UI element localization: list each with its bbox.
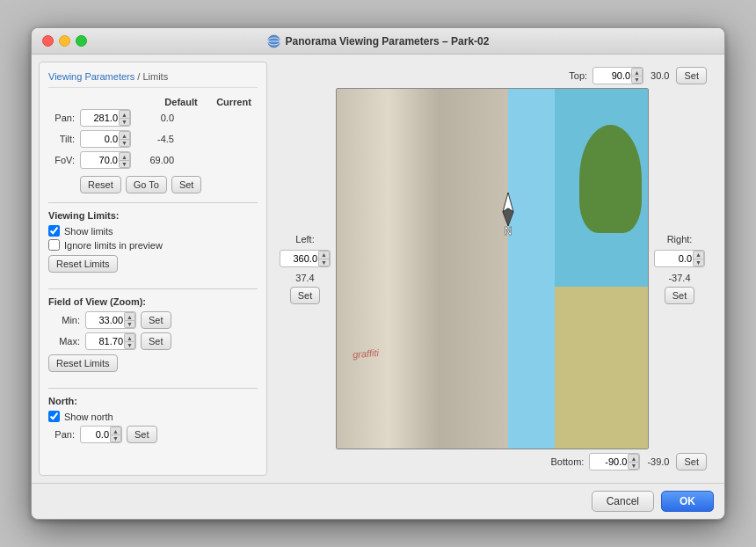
tilt-default-spinners: ▲ ▼ xyxy=(119,131,130,147)
divider-2 xyxy=(48,288,258,289)
bottom-down[interactable]: ▼ xyxy=(628,462,639,470)
set-button[interactable]: Set xyxy=(171,176,202,193)
ok-button[interactable]: OK xyxy=(661,491,714,512)
show-limits-label: Show limits xyxy=(64,226,113,237)
fov-zoom-title: Field of View (Zoom): xyxy=(48,296,258,307)
left-controls: Left: ▲ ▼ 37.4 Set xyxy=(274,88,336,449)
ignore-preview-checkbox[interactable] xyxy=(48,239,60,251)
divider-3 xyxy=(48,388,258,389)
pan-default-down[interactable]: ▼ xyxy=(119,118,130,126)
fov-default-input-wrap: ▲ ▼ xyxy=(80,151,131,169)
right-down[interactable]: ▼ xyxy=(693,259,704,266)
show-north-checkbox[interactable] xyxy=(48,411,60,422)
north-pan-spinners: ▲ ▼ xyxy=(110,427,121,442)
bottom-up[interactable]: ▲ xyxy=(628,454,639,462)
top-down[interactable]: ▼ xyxy=(631,76,643,84)
north-pan-down[interactable]: ▼ xyxy=(110,434,121,442)
maximize-button[interactable] xyxy=(76,35,87,47)
fov-max-label: Max: xyxy=(48,336,80,346)
top-controls: Top: ▲ ▼ 30.0 Set xyxy=(274,67,710,84)
fov-min-set[interactable]: Set xyxy=(141,311,171,329)
tilt-default-up[interactable]: ▲ xyxy=(119,131,130,139)
content-area: Viewing Parameters / Limits Default Curr… xyxy=(32,55,724,483)
fov-max-up[interactable]: ▲ xyxy=(124,333,135,341)
fov-label: FoV: xyxy=(48,155,75,165)
breadcrumb-current: Limits xyxy=(142,71,168,82)
trees xyxy=(579,125,642,233)
pan-row: Pan: ▲ ▼ 0.0 xyxy=(48,109,258,127)
pan-default-up[interactable]: ▲ xyxy=(119,110,130,118)
fov-min-down[interactable]: ▼ xyxy=(124,320,135,328)
fov-min-input-wrap: ▲ ▼ xyxy=(85,311,136,329)
top-val-wrap: ▲ ▼ xyxy=(592,67,643,84)
north-pan-label: Pan: xyxy=(48,429,75,440)
tilt-label: Tilt: xyxy=(48,134,75,144)
goto-button[interactable]: Go To xyxy=(126,176,167,193)
show-limits-row: Show limits xyxy=(48,225,258,237)
fov-current: 69.00 xyxy=(134,155,174,165)
top-label: Top: xyxy=(569,70,587,81)
fov-zoom-section: Field of View (Zoom): Min: ▲ ▼ Set Max: xyxy=(48,296,258,372)
top-up[interactable]: ▲ xyxy=(631,68,643,76)
graffiti: graffiti xyxy=(352,346,379,360)
footer: Cancel OK xyxy=(32,483,724,519)
fov-default-up[interactable]: ▲ xyxy=(119,152,130,160)
right-set-button[interactable]: Set xyxy=(665,287,695,304)
titlebar: Panorama Viewing Parameters – Park-02 xyxy=(32,28,724,55)
top-current: 30.0 xyxy=(651,70,669,81)
bottom-spinners: ▲ ▼ xyxy=(628,454,639,470)
tilt-default-down[interactable]: ▼ xyxy=(119,139,130,147)
right-controls: Right: ▲ ▼ -37.4 Set xyxy=(649,88,710,449)
north-pan-up[interactable]: ▲ xyxy=(110,427,121,434)
right-current: -37.4 xyxy=(668,273,690,283)
divider-1 xyxy=(48,202,258,203)
top-set-button[interactable]: Set xyxy=(676,67,707,84)
north-title: North: xyxy=(48,396,258,406)
reset-button[interactable]: Reset xyxy=(80,176,121,193)
fov-max-row: Max: ▲ ▼ Set xyxy=(48,332,258,350)
fov-min-label: Min: xyxy=(48,315,80,325)
breadcrumb: Viewing Parameters / Limits xyxy=(48,71,258,88)
fov-min-up[interactable]: ▲ xyxy=(124,312,135,320)
show-north-row: Show north xyxy=(48,411,258,422)
right-up[interactable]: ▲ xyxy=(693,251,704,259)
bottom-set-button[interactable]: Set xyxy=(676,453,707,470)
show-north-label: Show north xyxy=(64,412,113,422)
left-down[interactable]: ▼ xyxy=(318,259,330,266)
top-spinners: ▲ ▼ xyxy=(631,68,643,84)
pan-current: 0.0 xyxy=(134,113,174,123)
panorama-container: Left: ▲ ▼ 37.4 Set xyxy=(274,88,710,449)
default-header: Default xyxy=(150,97,212,107)
fov-default-spinners: ▲ ▼ xyxy=(119,152,130,168)
bottom-label: Bottom: xyxy=(551,456,585,467)
svg-marker-4 xyxy=(503,208,513,226)
minimize-button[interactable] xyxy=(59,35,70,47)
left-current: 37.4 xyxy=(295,273,314,283)
svg-text:N: N xyxy=(504,225,512,237)
tilt-default-input-wrap: ▲ ▼ xyxy=(80,130,131,148)
window-title: Panorama Viewing Parameters – Park-02 xyxy=(267,34,490,48)
show-limits-checkbox[interactable] xyxy=(48,225,60,237)
panorama-image[interactable]: graffiti N xyxy=(336,88,649,449)
ignore-preview-row: Ignore limits in preview xyxy=(48,239,258,251)
tilt-row: Tilt: ▲ ▼ -4.5 xyxy=(48,130,258,148)
fov-max-set[interactable]: Set xyxy=(141,332,171,350)
panorama-icon xyxy=(267,34,281,48)
fov-reset-limits-button[interactable]: Reset Limits xyxy=(48,354,118,372)
close-button[interactable] xyxy=(42,35,54,47)
main-window: Panorama Viewing Parameters – Park-02 Vi… xyxy=(31,27,725,520)
fov-max-down[interactable]: ▼ xyxy=(124,341,135,349)
pan-default-spinners: ▲ ▼ xyxy=(119,110,130,126)
reset-limits-button[interactable]: Reset Limits xyxy=(48,255,118,273)
fov-default-down[interactable]: ▼ xyxy=(119,160,130,168)
north-pan-input-wrap: ▲ ▼ xyxy=(80,426,122,443)
left-up[interactable]: ▲ xyxy=(318,251,330,259)
breadcrumb-parent[interactable]: Viewing Parameters xyxy=(48,71,134,82)
cancel-button[interactable]: Cancel xyxy=(592,491,654,512)
params-buttons: Reset Go To Set xyxy=(80,176,258,193)
left-set-button[interactable]: Set xyxy=(290,287,321,304)
north-pan-set[interactable]: Set xyxy=(127,426,157,443)
fov-min-row: Min: ▲ ▼ Set xyxy=(48,311,258,329)
bottom-val-wrap: ▲ ▼ xyxy=(589,453,640,470)
pan-label: Pan: xyxy=(48,113,75,123)
